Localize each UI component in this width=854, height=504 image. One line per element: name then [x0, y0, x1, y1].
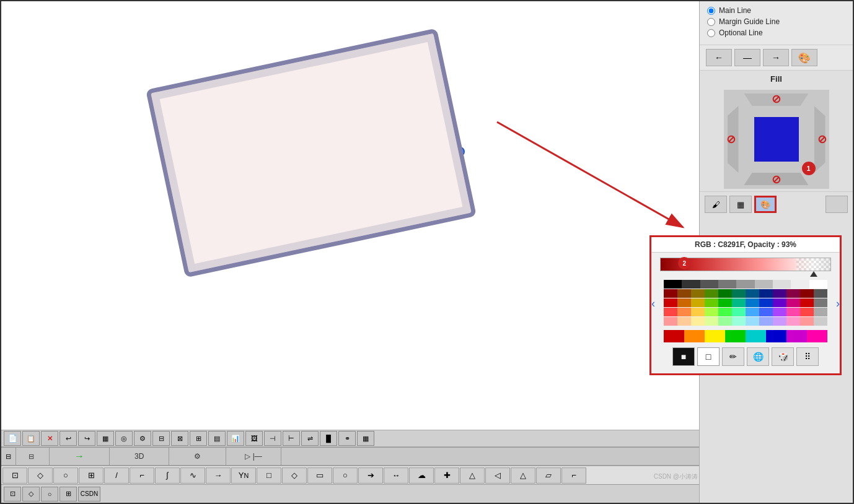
tb-target-icon[interactable]: ◎	[115, 431, 133, 446]
basic-blue[interactable]	[766, 330, 786, 342]
sw-u1[interactable]	[664, 317, 677, 326]
select-tool[interactable]: ⊡	[2, 467, 27, 484]
basic-cyan[interactable]	[746, 330, 766, 342]
sw-t9[interactable]	[773, 308, 786, 316]
tb-page-icon[interactable]: 📄	[4, 431, 21, 446]
sw-u3[interactable]	[691, 317, 705, 326]
sw-s11[interactable]	[800, 298, 814, 307]
status-btn-5[interactable]: CSDN	[78, 487, 100, 502]
basic-pink[interactable]	[807, 330, 827, 342]
extra-button[interactable]	[825, 196, 848, 213]
swatch-1[interactable]	[682, 280, 700, 289]
status-btn-1[interactable]: ⊡	[4, 487, 21, 502]
sw-s12[interactable]	[814, 298, 827, 307]
tab-3d[interactable]: 3D	[110, 448, 169, 465]
tb-barcode-icon[interactable]: ▐▌	[320, 431, 337, 446]
tb-settings-icon[interactable]: ⚙	[134, 431, 151, 446]
diamond-tool[interactable]: ◇	[28, 467, 53, 484]
cloud-tool[interactable]: ☁	[409, 467, 434, 484]
sw-r4[interactable]	[705, 289, 718, 298]
sw-r10[interactable]	[786, 289, 800, 298]
tb-col2-icon[interactable]: ⊠	[171, 431, 188, 446]
nav-right-icon[interactable]: ›	[836, 297, 840, 310]
sw-s6[interactable]	[732, 298, 746, 307]
sw-t6[interactable]	[732, 308, 746, 316]
eyedropper-button[interactable]: ✏	[722, 347, 744, 366]
sw-u6[interactable]	[732, 317, 746, 326]
cross-tool[interactable]: ✚	[434, 467, 459, 484]
sw-s7[interactable]	[746, 298, 759, 307]
tb-ln1-icon[interactable]: ⊣	[264, 431, 281, 446]
pattern-button[interactable]: ▦	[729, 196, 752, 213]
tab-play[interactable]: ▷ |—	[226, 448, 281, 465]
tb-grid-icon[interactable]: ▦	[97, 431, 114, 446]
arrow-tool[interactable]: →	[206, 467, 231, 484]
sw-u5[interactable]	[718, 317, 732, 326]
tab-settings[interactable]: ⚙	[169, 448, 226, 465]
rect-tool[interactable]: □	[257, 467, 281, 484]
alpha-bar[interactable]: 2	[660, 258, 831, 271]
sw-t2[interactable]	[677, 308, 691, 316]
basic-yellow[interactable]	[705, 330, 725, 342]
basic-green[interactable]	[725, 330, 746, 342]
tab-arrow[interactable]: →	[50, 448, 110, 465]
sw-t12[interactable]	[814, 308, 827, 316]
sw-s1[interactable]	[664, 298, 677, 307]
swatch-black[interactable]	[664, 280, 682, 289]
arrow-right-button[interactable]: →	[763, 49, 789, 66]
sw-u4[interactable]	[705, 317, 718, 326]
random-button[interactable]: 🎲	[772, 347, 794, 366]
sw-r9[interactable]	[773, 289, 786, 298]
poly-tool[interactable]: ◇	[282, 467, 307, 484]
sw-s3[interactable]	[691, 298, 705, 307]
sw-r8[interactable]	[759, 289, 773, 298]
tb-flow-icon[interactable]: ⚭	[338, 431, 356, 446]
tb-col3-icon[interactable]: ⊞	[190, 431, 207, 446]
sw-r7[interactable]	[746, 289, 759, 298]
sw-r11[interactable]	[800, 289, 814, 298]
white-swatch-button[interactable]: □	[697, 347, 720, 366]
radio-margin-guide[interactable]: Margin Guide Line	[707, 17, 845, 26]
sw-s10[interactable]	[786, 298, 800, 307]
pyramid-tool[interactable]: △	[511, 467, 535, 484]
sw-t10[interactable]	[786, 308, 800, 316]
basic-purple[interactable]	[786, 330, 807, 342]
double-arrow-tool[interactable]: ↔	[384, 467, 408, 484]
tb-col-icon[interactable]: ⊟	[152, 431, 170, 446]
tb-chart-icon[interactable]: 📊	[227, 431, 244, 446]
sw-r6[interactable]	[732, 289, 746, 298]
color-button[interactable]: 🎨	[791, 49, 817, 66]
curve-tool[interactable]: ∫	[155, 467, 180, 484]
sw-u11[interactable]	[800, 317, 814, 326]
circle-tool[interactable]: ○	[53, 467, 78, 484]
filled-arrow-tool[interactable]: ➔	[358, 467, 383, 484]
folder-tool[interactable]: ▱	[536, 467, 561, 484]
nav-left-icon[interactable]: ‹	[651, 297, 655, 310]
sw-t4[interactable]	[705, 308, 718, 316]
tb-undo-icon[interactable]: ↩	[59, 431, 77, 446]
black-swatch-button[interactable]: ■	[672, 347, 695, 366]
status-btn-3[interactable]: ○	[41, 487, 58, 502]
sw-u8[interactable]	[759, 317, 773, 326]
line-tool[interactable]: /	[104, 467, 129, 484]
swatch-2[interactable]	[700, 280, 718, 289]
dash-button[interactable]: —	[734, 49, 760, 66]
swatch-4[interactable]	[736, 280, 754, 289]
radio-main-line[interactable]: Main Line	[707, 6, 845, 15]
doc-tool[interactable]: ⌐	[561, 467, 586, 484]
sw-u10[interactable]	[786, 317, 800, 326]
status-btn-2[interactable]: ◇	[22, 487, 40, 502]
tb-img-icon[interactable]: 🖼	[245, 431, 263, 446]
bezier-tool[interactable]: ∿	[180, 467, 205, 484]
sw-t1[interactable]	[664, 308, 677, 316]
sw-t5[interactable]	[718, 308, 732, 316]
sw-s2[interactable]	[677, 298, 691, 307]
arrow-left-button[interactable]: ←	[706, 49, 732, 66]
fill-center-square[interactable]	[754, 117, 799, 162]
tb-tbl-icon[interactable]: ▤	[208, 431, 226, 446]
paint-button[interactable]: 🖌	[705, 196, 727, 213]
tb-close-icon[interactable]: ✕	[41, 431, 58, 446]
rtriangle-tool[interactable]: ◁	[485, 467, 510, 484]
sw-s5[interactable]	[718, 298, 732, 307]
swatch-5[interactable]	[755, 280, 773, 289]
